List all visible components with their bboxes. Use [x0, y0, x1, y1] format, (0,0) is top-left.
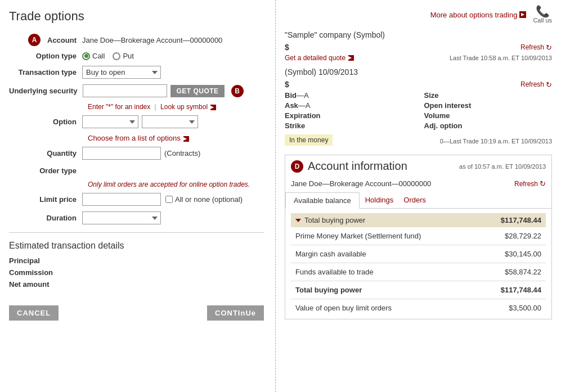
account-info-refresh-icon: ↻	[540, 179, 546, 188]
quantity-input[interactable]	[82, 147, 161, 160]
balance-item-4: Value of open buy limit orders $3,500.00	[291, 301, 546, 314]
order-type-row: Order type	[9, 165, 264, 175]
option-type-group: Call Put	[82, 52, 134, 60]
panel-divider-4	[291, 299, 546, 299]
put-radio[interactable]	[113, 52, 120, 60]
panel-divider	[291, 245, 546, 245]
quote-row: Get a detailed quote ▶ Last Trade 10:58 …	[285, 54, 552, 62]
d-badge: D	[291, 160, 303, 173]
last-trade-text: Last Trade 10:58 a.m. ET 10/09/2013	[450, 55, 552, 61]
order-type-note: Only limit orders are accepted for onlin…	[88, 181, 264, 188]
limit-price-label: Limit price	[9, 195, 82, 204]
continue-button[interactable]: CONTInUe	[207, 305, 264, 321]
strike-item: Strike	[285, 121, 413, 130]
b-badge: B	[231, 85, 244, 97]
option-select-2[interactable]	[142, 115, 198, 128]
call-radio[interactable]	[82, 52, 90, 60]
put-option[interactable]: Put	[113, 52, 134, 60]
detailed-quote-link[interactable]: Get a detailed quote ▶	[285, 54, 354, 62]
ask-value: —A	[298, 101, 311, 110]
right-panel: More about options trading ▶ 📞 Call us "…	[276, 0, 561, 392]
call-us-button[interactable]: 📞 Call us	[533, 6, 552, 24]
call-option[interactable]: Call	[82, 52, 105, 60]
commission-row: Commission	[9, 268, 264, 277]
ask-label: Ask	[285, 101, 298, 110]
get-quote-button[interactable]: GET QUOTE	[170, 85, 224, 97]
option-price-dollar: $	[285, 80, 289, 89]
lookup-symbol-link[interactable]: Look up symbol ▶	[160, 103, 216, 111]
more-options-link[interactable]: More about options trading ▶	[430, 11, 527, 19]
open-interest-item: Open interest	[424, 101, 553, 110]
panel-divider-3	[291, 281, 546, 281]
option-row: Option	[9, 115, 264, 128]
limit-row: All or none (optional)	[82, 193, 243, 206]
tab-orders[interactable]: Orders	[399, 192, 430, 208]
quantity-row: Quantity (Contracts)	[9, 147, 264, 160]
all-or-none-checkbox[interactable]	[165, 196, 173, 203]
all-or-none-label: All or none (optional)	[175, 195, 243, 204]
balance-item-2: Funds available to trade $58,874.22	[291, 265, 546, 278]
principal-label: Principal	[9, 256, 82, 265]
in-money-row: In the money 0—Last Trade 10:19 a.m. ET …	[285, 134, 552, 148]
expiration-label: Expiration	[285, 111, 321, 120]
transaction-type-select[interactable]: Buy to open Sell to close Buy to close S…	[82, 66, 161, 79]
option-details-grid: Bid—A Size Ask—A Open interest Expiratio…	[285, 91, 552, 130]
enter-hint-link[interactable]: Enter "*" for an index	[88, 103, 150, 111]
call-label: Call	[92, 52, 105, 60]
lookup-ext-icon: ▶	[210, 105, 216, 110]
option-refresh-icon: ↻	[546, 80, 552, 89]
option-selects	[82, 115, 198, 128]
underlying-input[interactable]	[83, 84, 167, 97]
account-info-refresh-label: Refresh	[514, 180, 538, 188]
option-refresh-label: Refresh	[520, 80, 544, 88]
option-refresh-link[interactable]: Refresh ↻	[520, 80, 552, 89]
company-price-dollar: $	[285, 43, 289, 52]
option-date-header: (Symbol) 10/09/2013	[285, 67, 552, 76]
tab-holdings[interactable]: Holdings	[361, 192, 398, 208]
expiration-item: Expiration	[285, 111, 413, 120]
adj-option-item: Adj. option	[424, 121, 553, 130]
more-link-icon: ▶	[519, 11, 526, 18]
balance-section: Total buying power $117,748.44 Prime Mon…	[285, 209, 551, 319]
account-row: A Account Jane Doe—Brokerage Account—000…	[9, 34, 264, 46]
footer-buttons: CANCEL CONTInUe	[9, 300, 264, 321]
all-or-none-group: All or none (optional)	[165, 195, 243, 204]
company-refresh-link[interactable]: Refresh ↻	[520, 43, 552, 52]
call-us-label: Call us	[533, 17, 552, 24]
account-value: Jane Doe—Brokerage Account—00000000	[82, 36, 222, 44]
transaction-type-label: Transaction type	[9, 68, 82, 76]
company-refresh-label: Refresh	[520, 43, 544, 51]
buying-power-row[interactable]: Total buying power $117,748.44	[291, 213, 546, 227]
separator: |	[155, 103, 156, 111]
in-money-trade-text: 0—Last Trade 10:19 a.m. ET 10/09/2013	[440, 138, 552, 145]
limit-price-row: Limit price All or none (optional)	[9, 193, 264, 206]
limit-price-input[interactable]	[82, 193, 161, 206]
size-item: Size	[424, 91, 553, 100]
page-title: Trade options	[9, 9, 264, 24]
in-money-badge: In the money	[285, 134, 333, 146]
size-label: Size	[424, 91, 439, 100]
tabs-row: Available balance Holdings Orders	[285, 192, 551, 209]
divider	[9, 232, 264, 233]
principal-row: Principal	[9, 256, 264, 265]
duration-select[interactable]	[82, 211, 161, 224]
bid-label: Bid	[285, 91, 297, 100]
tab-available-balance[interactable]: Available balance	[285, 192, 360, 209]
buying-power-label: Total buying power	[304, 216, 365, 224]
phone-icon: 📞	[536, 6, 550, 17]
choose-options-link-row: Choose from a list of options ▶	[88, 134, 264, 142]
balance-item-3: Total buying power $117,748.44	[291, 283, 546, 296]
option-select-1[interactable]	[82, 115, 138, 128]
open-interest-label: Open interest	[424, 101, 472, 110]
help-links: Enter "*" for an index | Look up symbol …	[88, 103, 264, 111]
order-type-label: Order type	[9, 165, 82, 175]
balance-item-0: Prime Money Market (Settlement fund) $28…	[291, 229, 546, 242]
account-info-refresh-link[interactable]: Refresh ↻	[514, 179, 546, 188]
duration-row: Duration	[9, 211, 264, 224]
company-name: "Sample" company (Symbol)	[285, 30, 552, 39]
cancel-button[interactable]: CANCEL	[9, 305, 59, 321]
account-info-title-row: D Account information	[291, 160, 407, 173]
underlying-security-label: Underlying security	[9, 87, 83, 95]
underlying-row: GET QUOTE B	[83, 84, 243, 97]
choose-options-link[interactable]: Choose from a list of options ▶	[88, 134, 189, 142]
